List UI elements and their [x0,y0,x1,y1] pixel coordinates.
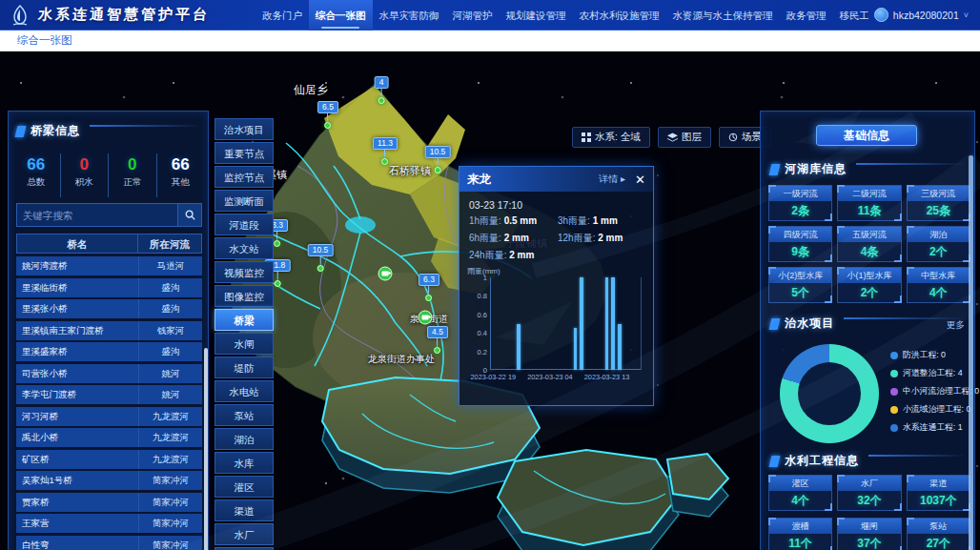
station-marker[interactable]: 4 [375,76,389,104]
bridge-stats: 66总数0积水0正常66其他 [12,153,204,197]
layer-menu-item-1[interactable]: 治水项目 [214,118,274,140]
table-row[interactable]: 姚河湾渡桥马道河 [16,256,202,275]
layer-menu-item-10[interactable]: 水闸 [214,333,274,355]
marker-stem [319,256,320,265]
station-dot-icon [381,158,388,165]
layer-menu-item-2[interactable]: 重要节点 [214,142,274,164]
nav-tab-9[interactable]: 移民工作管理 [833,0,868,31]
card-label: 一级河流 [769,186,831,201]
marker-value-pill: 11.3 [373,137,398,150]
panel-scrollbar[interactable] [969,155,973,550]
table-row[interactable]: 李学屯门渡桥姚河 [16,385,202,404]
bridge-name-cell: 里溪张小桥 [16,299,139,318]
layer-menu-item-4[interactable]: 监测断面 [214,190,274,212]
station-marker[interactable]: 6.5 [317,101,338,129]
river-cell: 简家冲河 [139,536,202,550]
nav-tab-1[interactable]: 政务门户 [255,0,309,31]
layer-menu-item-11[interactable]: 堤防 [214,356,274,378]
legend-item: 水系连通工程: 1 [890,422,979,434]
popup-detail-link[interactable]: 详情 ▸ [599,173,625,186]
table-row[interactable]: 司营张小桥姚河 [16,364,202,383]
station-marker[interactable]: 10.5 [308,244,334,272]
layer-menu-item-3[interactable]: 监控节点 [214,166,274,188]
layer-menu-item-15[interactable]: 水库 [214,452,274,474]
card-label: 中型水库 [908,268,970,283]
card-value: 11个 [769,534,831,550]
table-row[interactable]: 吴家灿1号桥简家冲河 [16,471,202,490]
river-stat-card: 二级河流11条 [837,185,901,221]
layer-menu-item-14[interactable]: 湖泊 [214,428,274,450]
table-body: 姚河湾渡桥马道河里溪临街桥盛沟里溪张小桥盛沟里溪镇南王家门渡桥钱家河里溪盛家桥盛… [16,256,202,550]
river-cell: 九龙渡河 [139,428,202,447]
table-row[interactable]: 王家营简家冲河 [16,514,202,533]
table-row[interactable]: 里溪临街桥盛沟 [16,278,202,297]
layer-menu-item-18[interactable]: 水厂 [214,523,274,545]
station-marker[interactable]: 4.5 [427,326,448,354]
marker-value-pill: 6.3 [419,274,439,286]
chevron-down-icon: ˅ [964,10,969,20]
camera-marker-icon[interactable] [419,311,433,325]
layer-menu-item-12[interactable]: 水电站 [214,380,274,402]
layer-menu-item-16[interactable]: 灌区 [214,476,274,498]
marker-stem [384,150,385,158]
table-row[interactable]: 河习河桥九龙渡河 [16,407,202,426]
user-menu[interactable]: hkzb42080201 ˅ [874,8,969,22]
river-cell: 盛沟 [139,278,202,297]
table-row[interactable]: 里溪盛家桥盛沟 [16,342,202,361]
station-marker[interactable]: 11.3 [373,137,398,165]
nav-tab-7[interactable]: 水资源与水土保持管理 [666,0,780,31]
table-vertical-scrollbar[interactable] [204,348,208,550]
station-dot-icon [378,97,384,104]
layer-menu-item-7[interactable]: 视频监控 [214,261,274,283]
map-button-2[interactable]: 图层 [658,127,711,148]
more-link[interactable]: 更多 [947,319,965,332]
card-label: 湖泊 [908,227,970,242]
station-marker[interactable]: 10.5 [425,146,451,173]
popup-timestamp: 03-23 17:10 [469,199,522,211]
layer-menu-item-9[interactable]: 桥梁 [214,309,274,331]
camera-marker-icon[interactable] [378,267,393,281]
search-input[interactable] [16,203,177,227]
river-cell: 简家冲河 [139,471,202,490]
map-button-1[interactable]: 水系: 全域 [572,127,650,148]
facility-stat-card: 灌区4个 [768,475,832,511]
nav-tab-4[interactable]: 河湖管护 [446,0,500,31]
table-row[interactable]: 里溪镇南王家门渡桥钱家河 [16,321,202,340]
legend-dot-icon [890,370,898,377]
grid-icon [582,132,591,142]
layer-menu-item-8[interactable]: 图像监控 [214,285,274,307]
river-cell: 简家冲河 [139,493,202,512]
nav-tab-5[interactable]: 规划建设管理 [500,0,573,31]
section-divider [90,125,202,127]
nav-tab-6[interactable]: 农村水利设施管理 [573,0,666,31]
projects-legend: 防洪工程: 0河道整治工程: 4中小河流治理工程: 0小流域治理工程: 0水系连… [890,350,979,434]
layer-menu-item-5[interactable]: 河道段 [214,214,274,235]
table-row[interactable]: 白性弯简家冲河 [16,536,202,550]
card-value: 25条 [908,201,970,220]
stat-value: 0 [109,153,156,176]
map-button-label: 场景 [742,131,762,144]
layer-menu-item-13[interactable]: 泵站 [214,404,274,426]
nav-tab-2[interactable]: 综合一张图 [309,0,373,31]
station-marker[interactable]: 6.3 [419,274,439,301]
layer-menu-item-17[interactable]: 渠道 [214,499,274,521]
basic-info-tab[interactable]: 基础信息 [816,125,917,146]
bridge-panel-title: 桥梁信息 [31,123,80,139]
close-icon[interactable]: ✕ [635,173,645,186]
nav-tab-3[interactable]: 水旱灾害防御 [373,0,446,31]
legend-dot-icon [890,406,898,414]
breadcrumb[interactable]: 综合一张图 [17,33,72,48]
legend-text: 小流域治理工程: 0 [903,404,970,416]
table-row[interactable]: 里溪张小桥盛沟 [16,299,202,318]
table-row[interactable]: 矿区桥九龙渡河 [16,450,202,469]
table-row[interactable]: 禹北小桥九龙渡河 [16,428,202,447]
layer-menu-item-6[interactable]: 水文站 [214,237,274,259]
search-button[interactable] [177,203,202,227]
layers-icon [667,132,678,142]
table-row[interactable]: 贾家桥简家冲河 [16,493,202,512]
marker-value-pill: 10.5 [308,244,334,256]
marker-stem [276,272,277,280]
legend-dot-icon [890,352,898,359]
table-header: 桥名 所在河流 [16,234,202,254]
nav-tab-8[interactable]: 政务管理 [780,0,833,31]
